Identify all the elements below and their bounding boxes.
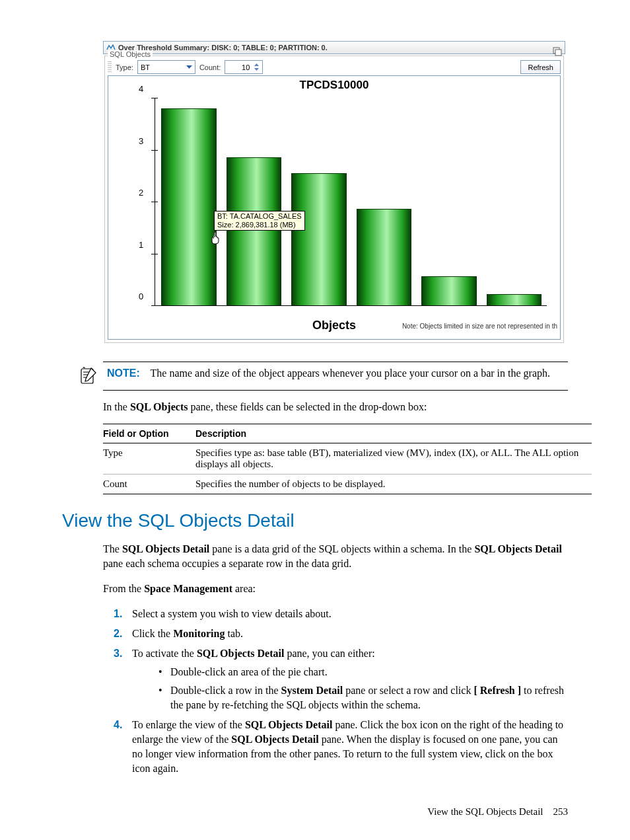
type-select[interactable]: BT	[137, 60, 195, 74]
note-rule-top	[103, 362, 568, 362]
svg-rect-1	[555, 50, 561, 56]
spin-down-icon[interactable]	[252, 67, 261, 71]
count-spinner[interactable]: 10	[225, 60, 263, 74]
chart-bar[interactable]	[487, 294, 542, 305]
x-axis	[155, 305, 547, 306]
chart-bars	[161, 98, 542, 305]
maximize-box-icon[interactable]	[553, 47, 562, 56]
y-axis	[155, 98, 155, 306]
section-paragraph: The SQL Objects Detail pane is a data gr…	[103, 542, 568, 571]
chart: TPCDS10000 Object Size (MB) (10^6) 0 1 2…	[108, 75, 561, 340]
list-item: 4. To enlarge the view of the SQL Object…	[114, 718, 568, 776]
table-row: Count Specifies the number of objects to…	[103, 475, 592, 494]
options-table: Field or Option Description Type Specifi…	[103, 424, 592, 494]
y-tick-label: 1	[139, 239, 143, 249]
chevron-down-icon	[185, 63, 193, 71]
note-text: NOTE: The name and size of the object ap…	[107, 366, 550, 381]
chart-footnote: Note: Objects limited in size are not re…	[402, 323, 557, 330]
table-cell: Specifies type as: base table (BT), mate…	[195, 447, 592, 470]
table-cell: Specifies the number of objects to be di…	[195, 478, 592, 490]
table-header-row: Field or Option Description	[103, 424, 592, 443]
y-tick-label: 4	[139, 84, 143, 94]
chart-bar[interactable]	[357, 209, 412, 305]
sql-objects-groupbox: SQL Objects Type: BT Count: 10	[104, 56, 564, 343]
page-footer: View the SQL Objects Detail 253	[427, 806, 568, 818]
list-item: 1. Select a system you wish to view deta…	[114, 607, 568, 621]
steps-list: 1. Select a system you wish to view deta…	[114, 607, 568, 776]
y-tick-label: 2	[139, 188, 143, 198]
list-item: Double-click a row in the System Detail …	[156, 683, 568, 712]
table-header: Field or Option	[103, 428, 195, 439]
tooltip-line: BT: TA.CATALOG_SALES	[217, 212, 302, 220]
toolbar: Type: BT Count: 10 Refresh	[108, 60, 561, 74]
chart-bar[interactable]	[421, 276, 477, 305]
note-body: The name and size of the object appears …	[151, 367, 551, 379]
table-cell: Type	[103, 447, 195, 470]
window-titlebar: Over Threshold Summary: DISK: 0; TABLE: …	[103, 41, 565, 54]
type-select-value: BT	[141, 63, 150, 71]
count-value: 10	[242, 63, 250, 71]
count-label: Count:	[199, 63, 221, 71]
spin-up-icon[interactable]	[252, 62, 261, 67]
section-heading: View the SQL Objects Detail	[62, 510, 568, 531]
tooltip-line: Size: 2,869,381.18 (MB)	[217, 221, 296, 229]
sub-bullets: Double-click an area of the pie chart. D…	[156, 665, 568, 712]
table-header: Description	[195, 428, 592, 439]
table-row: Type Specifies type as: base table (BT),…	[103, 443, 592, 475]
note-icon	[79, 366, 98, 385]
y-tick-label: 0	[139, 291, 143, 301]
chart-bar[interactable]	[227, 157, 282, 305]
toolbar-grip-icon	[108, 61, 112, 73]
chart-plot-area: 0 1 2 3 4	[155, 98, 547, 306]
cursor-hand-icon	[210, 231, 223, 247]
list-item: Double-click an area of the pie chart.	[156, 665, 568, 679]
y-tick-label: 3	[139, 135, 143, 145]
table-cell: Count	[103, 478, 195, 490]
groupbox-label: SQL Objects	[108, 50, 153, 58]
footer-title: View the SQL Objects Detail	[427, 806, 543, 817]
list-item: 3. To activate the SQL Objects Detail pa…	[114, 646, 568, 712]
sql-objects-screenshot: Over Threshold Summary: DISK: 0; TABLE: …	[103, 41, 565, 343]
type-label: Type:	[116, 63, 133, 71]
chart-bar[interactable]	[291, 173, 347, 305]
footer-page-number: 253	[553, 806, 569, 817]
chart-bar[interactable]	[161, 108, 217, 305]
chart-tooltip: BT: TA.CATALOG_SALES Size: 2,869,381.18 …	[214, 211, 305, 231]
refresh-button[interactable]: Refresh	[520, 60, 561, 74]
note-label: NOTE:	[107, 367, 140, 379]
chart-title: TPCDS10000	[108, 79, 560, 92]
intro-paragraph: In the SQL Objects pane, these fields ca…	[103, 400, 568, 414]
note-rule-bottom	[103, 390, 568, 391]
section-paragraph: From the Space Management area:	[103, 582, 568, 596]
list-item: 2. Click the Monitoring tab.	[114, 627, 568, 641]
